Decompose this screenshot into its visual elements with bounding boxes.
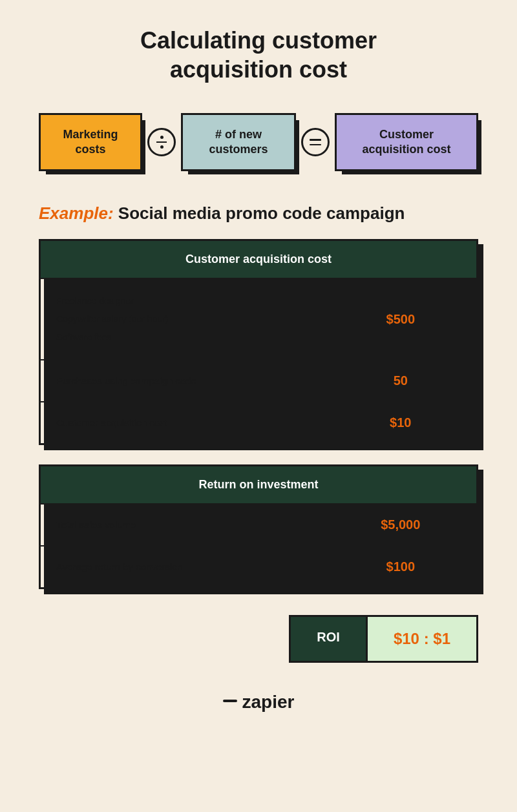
page-title: Calculating customer acquisition cost xyxy=(140,26,377,84)
table-cell-cac-label: Customer acquisition cost xyxy=(40,402,324,444)
equals-operator xyxy=(301,128,330,156)
example-heading: Example: Social media promo code campaig… xyxy=(39,203,405,224)
table-cell-purchases-value: 50 xyxy=(324,360,478,402)
table-cell-sales-value: $5,000 xyxy=(324,504,478,546)
cac-table-header: Customer acquisition cost xyxy=(40,240,478,279)
table-cell-cac-value: $10 xyxy=(324,402,478,444)
divide-operator xyxy=(147,128,176,156)
line-item-copywriter: Copywriter salary (per hour) xyxy=(56,310,308,328)
zapier-dash-icon xyxy=(223,700,237,702)
roi-table-wrapper: Return on investment Total sales volume … xyxy=(39,464,478,589)
roi-result-row: ROI $10 : $1 xyxy=(289,615,478,663)
table-row-purchases: Purchases using campaign code 50 xyxy=(40,360,478,402)
formula-row: Marketing costs # of new customers Custo… xyxy=(39,113,478,171)
zapier-logo: zapier xyxy=(223,692,295,713)
table-row-costs: Freelance designer Copywriter salary (pe… xyxy=(40,278,478,360)
formula-box-new-customers: # of new customers xyxy=(181,113,296,171)
table-header-row: Customer acquisition cost xyxy=(40,240,478,279)
roi-result-value: $10 : $1 xyxy=(368,615,478,663)
line-item-software: Software fees xyxy=(56,328,308,346)
roi-table: Return on investment Total sales volume … xyxy=(39,464,478,589)
cac-table: Customer acquisition cost Freelance desi… xyxy=(39,239,478,445)
table-cell-sales-label: Total sales volume xyxy=(40,504,324,546)
table-row-cac: Customer acquisition cost $10 xyxy=(40,402,478,444)
formula-box-cac: Customer acquisition cost xyxy=(335,113,478,171)
cac-table-wrapper: Customer acquisition cost Freelance desi… xyxy=(39,239,478,445)
roi-table-header: Return on investment xyxy=(40,466,478,505)
roi-result-label: ROI xyxy=(289,615,368,663)
table-row-avg-return: Average return by conversion $100 xyxy=(40,546,478,588)
roi-table-header-row: Return on investment xyxy=(40,466,478,505)
table-row-sales-volume: Total sales volume $5,000 xyxy=(40,504,478,546)
cost-line-items: Freelance designer Copywriter salary (pe… xyxy=(56,292,308,346)
table-cell-costs-label: Freelance designer Copywriter salary (pe… xyxy=(40,278,324,360)
table-cell-purchases-label: Purchases using campaign code xyxy=(40,360,324,402)
line-item-designer: Freelance designer xyxy=(56,292,308,310)
formula-box-marketing-costs: Marketing costs xyxy=(39,113,142,171)
table-cell-avg-value: $100 xyxy=(324,546,478,588)
table-cell-costs-value: $500 xyxy=(324,278,478,360)
zapier-brand-name: zapier xyxy=(242,692,295,713)
table-cell-avg-label: Average return by conversion xyxy=(40,546,324,588)
